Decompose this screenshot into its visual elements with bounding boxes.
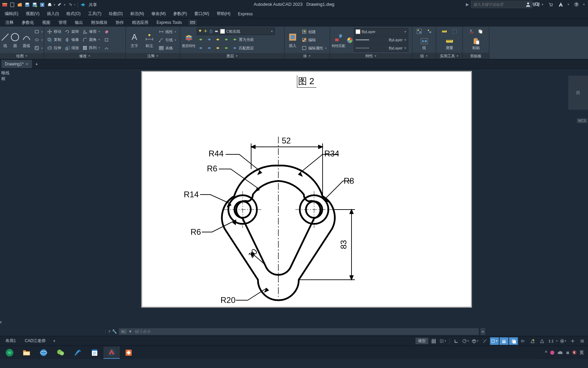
cmdline-settings-icon[interactable]: 🔧 [112, 329, 117, 334]
layout-add-button[interactable]: + [50, 337, 58, 345]
group-button[interactable]: 组 [417, 36, 431, 52]
otrack-button[interactable] [480, 337, 489, 345]
undo-icon[interactable] [56, 1, 63, 8]
tray-onedrive-icon[interactable] [557, 351, 563, 355]
menu-help[interactable]: 帮助(H) [213, 10, 234, 18]
login-button[interactable]: 登录 ▼ [525, 2, 544, 7]
save-icon[interactable] [24, 1, 31, 8]
tray-app-icon[interactable] [550, 350, 555, 355]
copy-button[interactable]: 复制 [46, 36, 63, 44]
tray-network-icon[interactable]: 🖥 [566, 351, 569, 355]
web-icon[interactable] [39, 1, 46, 8]
group-ungroup-button[interactable] [425, 27, 434, 35]
lineweight-dropdown[interactable]: ByLayer ▼ [354, 36, 408, 44]
new-tab-button[interactable]: + [32, 60, 42, 68]
share-icon[interactable] [79, 1, 86, 8]
draw-panel-title[interactable]: 绘图▼ [0, 53, 44, 59]
command-input[interactable]: >_ ▼ 键入命令 [118, 328, 479, 335]
share-label[interactable]: 共享 [89, 2, 97, 8]
grid-button[interactable] [429, 337, 438, 345]
circle-button[interactable]: 圆 [10, 27, 20, 52]
match-layer-button[interactable]: 匹配图层 [231, 44, 260, 52]
arc-button[interactable]: 圆弧 [21, 27, 32, 52]
lineweight-button[interactable] [500, 337, 508, 345]
new-icon[interactable] [9, 1, 16, 8]
menu-view[interactable]: 视图(V) [22, 10, 43, 18]
plot-dropdown[interactable]: ▼ [53, 3, 56, 6]
cmdline-handle[interactable]: ⋮⋮ [103, 328, 107, 335]
layout-tab-cad[interactable]: CAD江老师 [21, 337, 50, 345]
text-button[interactable]: A 文字 [127, 27, 142, 52]
layer-unlock-button[interactable] [214, 44, 222, 52]
set-current-button[interactable]: 置为当前 [231, 35, 260, 44]
block-editattr-button[interactable]: 编辑属性▼ [300, 44, 328, 52]
login-dropdown[interactable]: ▼ [541, 3, 544, 6]
ribbon-tab-express[interactable]: Express Tools [152, 19, 186, 26]
layer-uniso-button[interactable] [222, 44, 230, 52]
open-icon[interactable] [16, 1, 23, 8]
linear-button[interactable]: 线性▼ [157, 28, 178, 36]
fillet-button[interactable]: 圆角▼ [81, 36, 102, 44]
transparency-button[interactable] [509, 337, 518, 345]
explode-button[interactable] [102, 36, 111, 44]
dim-button[interactable]: 标注 [142, 27, 157, 52]
menu-edit[interactable]: 编辑(E) [1, 10, 22, 18]
polar-button[interactable]: ▼ [461, 337, 470, 345]
select-button[interactable] [450, 27, 459, 35]
task-docs[interactable] [86, 347, 103, 359]
ribbon-minimize-button[interactable] [189, 20, 197, 25]
close-tab-icon[interactable]: × [26, 61, 28, 67]
match-props-button[interactable]: 特性匹配 [331, 27, 346, 52]
ortho-button[interactable] [452, 337, 461, 345]
search-input[interactable] [471, 1, 532, 8]
autodesk-icon[interactable] [557, 1, 564, 8]
hatch-button[interactable]: ▼ [33, 44, 45, 52]
offset-button[interactable] [102, 44, 111, 52]
file-tab-drawing1[interactable]: Drawing1* × [1, 60, 32, 68]
layer-thaw-button[interactable] [205, 44, 213, 52]
menu-window[interactable]: 窗口(W) [191, 10, 212, 18]
scale-label[interactable]: 1:1 [547, 338, 555, 344]
redo-icon[interactable] [67, 1, 74, 8]
layout-tab-1[interactable]: 布局1 [1, 337, 20, 345]
group-create-button[interactable] [415, 27, 424, 35]
help-icon[interactable]: ? [573, 1, 580, 8]
ribbon-tab-addon[interactable]: 附加模块 [87, 18, 112, 27]
menu-dim[interactable]: 标注(N) [127, 10, 148, 18]
rotate-button[interactable]: 旋转 [63, 28, 80, 36]
layer-freeze-button[interactable] [205, 35, 213, 44]
insert-button[interactable]: 插入 [286, 27, 299, 52]
app-menu-icon[interactable] [1, 1, 8, 8]
tray-chevron-icon[interactable]: ^ [545, 350, 547, 355]
annot-panel-title[interactable]: 注释▼ [126, 53, 180, 59]
scale-button[interactable]: 缩放 [63, 44, 80, 52]
copy-clip-button[interactable] [477, 27, 484, 35]
annotation-scale-button[interactable] [528, 337, 537, 345]
ribbon-tab-param[interactable]: 参数化 [18, 18, 38, 27]
osnap-button[interactable]: ▼ [490, 337, 499, 345]
color-wheel-icon[interactable] [347, 37, 353, 43]
menu-express[interactable]: Express [234, 10, 256, 18]
drawing-canvas[interactable]: 图 2 [0, 69, 588, 327]
layer-panel-title[interactable]: 图层▼ [180, 53, 284, 59]
array-button[interactable]: 阵列▼ [81, 44, 102, 52]
task-app[interactable] [120, 347, 137, 359]
workspace-button[interactable]: ▼ [559, 337, 568, 345]
linetype-dropdown[interactable]: ByLayer ▼ [354, 44, 408, 52]
props-panel-title[interactable]: 特性▼ [330, 53, 412, 59]
search-play-icon[interactable]: ▶ [466, 2, 469, 7]
measure-button[interactable]: 测量 [442, 36, 457, 52]
help-dropdown[interactable]: ▼ [583, 3, 585, 6]
task-browser[interactable] [35, 347, 52, 359]
mirror-button[interactable]: 镜像 [63, 36, 80, 44]
paste-button[interactable]: 粘贴 [469, 36, 483, 52]
layer-iso-button[interactable] [197, 35, 205, 44]
annotation-visibility-button[interactable] [538, 337, 546, 345]
stretch-button[interactable]: 拉伸 [46, 44, 63, 52]
layer-on-button[interactable] [197, 44, 205, 52]
tray-volume-icon[interactable]: 🔇 [572, 350, 577, 355]
cart-icon[interactable] [547, 1, 554, 8]
cmdline-close-icon[interactable]: × [108, 329, 111, 334]
move-button[interactable]: 移动 [46, 28, 63, 36]
autodesk-dropdown[interactable]: ▼ [567, 3, 570, 6]
